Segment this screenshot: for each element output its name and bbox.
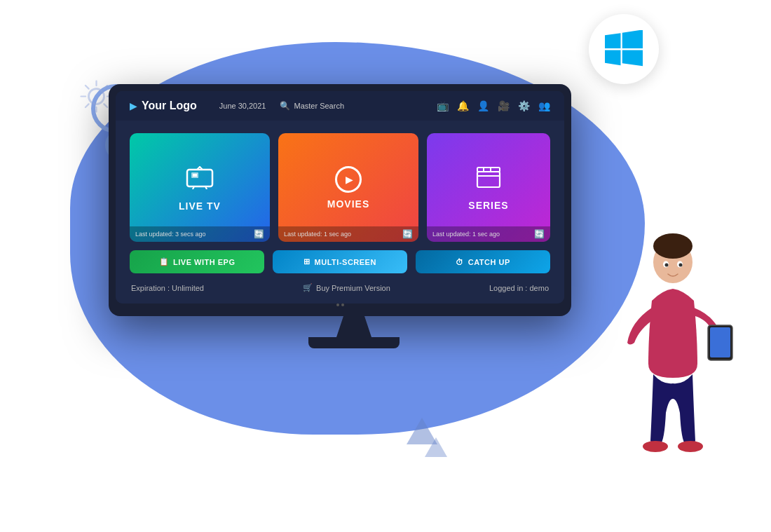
users-icon[interactable]: 👥 [538,100,550,111]
svg-rect-2 [193,174,197,177]
svg-rect-7 [477,172,500,187]
live-tv-refresh[interactable]: 🔄 [254,229,264,239]
series-card[interactable]: SERIES Last updated: 1 sec ago 🔄 [427,133,550,242]
live-tv-icon [186,164,214,195]
series-refresh[interactable]: 🔄 [534,229,545,239]
settings-icon[interactable]: ⚙️ [518,100,530,111]
movies-icon: ▶ [335,166,362,193]
monitor-stand [109,316,599,348]
multi-label: MULTI-SCREEN [315,258,376,266]
stand-neck [336,316,371,337]
series-clap-icon [475,165,502,194]
svg-rect-15 [710,327,730,357]
catch-up-button[interactable]: ⏱ CATCH UP [416,250,550,273]
live-tv-title: LIVE TV [179,200,221,212]
series-updated: Last updated: 1 sec ago [432,231,500,238]
logo-text: Your Logo [142,100,197,112]
buttons-row: 📋 LIVE WITH EPG ⊞ MULTI-SCREEN ⏱ CATCH U… [130,250,550,273]
tv-header-icon[interactable]: 📺 [437,100,449,111]
multi-icon: ⊞ [303,257,311,266]
svg-point-13 [653,233,692,259]
cards-row: LIVE TV Last updated: 3 secs ago 🔄 ▶ MOV… [130,133,550,242]
video-icon[interactable]: 🎥 [498,100,510,111]
bell-icon[interactable]: 🔔 [457,100,469,111]
expiration-text: Expiration : Unlimited [131,284,204,292]
monitor-screen: ▶ Your Logo June 30,2021 🔍 Master Search… [116,91,564,303]
buy-premium-button[interactable]: 🛒 Buy Premium Version [303,283,390,292]
epg-icon: 📋 [159,257,170,266]
catchup-icon: ⏱ [456,258,464,266]
logged-in-text: Logged in : demo [489,284,549,292]
svg-rect-0 [187,170,212,186]
cart-icon: 🛒 [303,283,313,292]
buy-label: Buy Premium Version [316,284,390,292]
tv-header: ▶ Your Logo June 30,2021 🔍 Master Search… [116,91,564,121]
live-tv-updated: Last updated: 3 secs ago [135,231,206,238]
header-icons: 📺 🔔 👤 🎥 ⚙️ 👥 [437,100,550,111]
svg-point-17 [678,441,703,452]
logo-area: ▶ Your Logo [130,100,197,112]
tv-content: LIVE TV Last updated: 3 secs ago 🔄 ▶ MOV… [116,121,564,303]
monitor-led [116,303,564,306]
search-area[interactable]: 🔍 Master Search [280,101,344,111]
svg-rect-9 [477,168,500,172]
epg-label: LIVE WITH EPG [173,258,235,266]
catchup-label: CATCH UP [468,258,510,266]
search-icon: 🔍 [280,101,290,111]
epg-button[interactable]: 📋 LIVE WITH EPG [130,250,264,273]
header-date: June 30,2021 [219,102,266,110]
stand-base [308,337,400,348]
play-triangle-icon: ▶ [346,174,353,185]
movies-refresh[interactable]: 🔄 [402,229,413,239]
svg-point-16 [643,441,668,452]
live-tv-card[interactable]: LIVE TV Last updated: 3 secs ago 🔄 [130,133,270,242]
movies-card[interactable]: ▶ MOVIES Last updated: 1 sec ago 🔄 [278,133,418,242]
tv-footer: Expiration : Unlimited 🛒 Buy Premium Ver… [130,283,550,292]
svg-point-20 [665,264,669,267]
person-illustration [610,224,736,490]
user-icon[interactable]: 👤 [477,100,489,111]
svg-point-21 [679,264,683,267]
series-bottom-bar: Last updated: 1 sec ago 🔄 [427,226,550,242]
windows-badge [589,14,659,84]
movies-title: MOVIES [327,198,369,210]
multi-screen-button[interactable]: ⊞ MULTI-SCREEN [273,250,407,273]
movies-updated: Last updated: 1 sec ago [284,231,351,238]
logo-play-icon: ▶ [130,100,137,111]
series-title: SERIES [468,200,508,211]
live-tv-bottom-bar: Last updated: 3 secs ago 🔄 [130,226,270,242]
movies-bottom-bar: Last updated: 1 sec ago 🔄 [278,226,418,242]
search-label: Master Search [294,102,344,110]
monitor: ▶ Your Logo June 30,2021 🔍 Master Search… [109,84,571,316]
monitor-wrapper: ▶ Your Logo June 30,2021 🔍 Master Search… [109,84,599,348]
